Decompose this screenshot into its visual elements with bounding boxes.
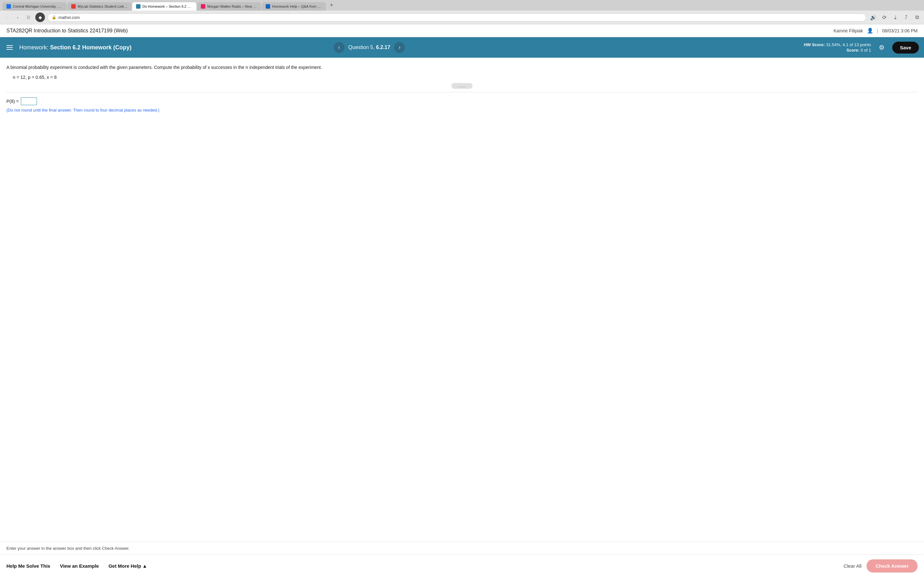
clear-all-button[interactable]: Clear All: [843, 563, 861, 569]
address-bar[interactable]: 🔒 mathxl.com: [47, 13, 866, 21]
hw-score-value: 31.54%, 4.1 of 13 points: [826, 42, 871, 47]
hw-score-text: HW Score: 31.54%, 4.1 of 13 points: [804, 42, 871, 47]
menu-line-2: [6, 47, 13, 48]
get-more-help-content: Get More Help ▲: [108, 563, 147, 569]
datetime: 08/03/21 3:06 PM: [882, 28, 918, 33]
settings-button[interactable]: ⚙: [876, 42, 887, 53]
footer-instruction-text: Enter your answer in the answer box and …: [6, 546, 129, 551]
answer-input[interactable]: [21, 97, 37, 105]
separator: |: [877, 28, 879, 33]
hw-nav-center: ‹ Question 5, 6.2.17 ›: [334, 42, 405, 53]
forward-button[interactable]: ›: [13, 13, 22, 21]
get-more-help-arrow: ▲: [142, 563, 147, 569]
app-title: STA282QR Introduction to Statistics 2241…: [6, 28, 128, 34]
app-header-right: Kamrie Filipiak 👤 | 08/03/21 3:06 PM: [834, 27, 918, 34]
menu-button[interactable]: [5, 44, 14, 51]
tab-2[interactable]: MyLab Statistics Student Links – STA2...…: [67, 2, 132, 11]
address-url: mathxl.com: [58, 15, 862, 20]
tab-5-label: Homework Help – Q&A from Online Tut....: [272, 5, 322, 8]
bottom-bar-left: Help Me Solve This View an Example Get M…: [6, 563, 147, 569]
tab-1[interactable]: Central Michigan University. Est. 1892..…: [3, 2, 67, 11]
tab-3-label: Do Homework – Section 6.2 Homewor....: [142, 5, 192, 8]
tab-2-favicon: [71, 4, 76, 9]
divider-dots: .....: [6, 84, 918, 88]
reload-button[interactable]: ⟳: [880, 13, 889, 22]
score-label: Score:: [846, 48, 859, 53]
tab-1-label: Central Michigan University. Est. 1892..…: [13, 5, 63, 8]
tab-3-favicon: [136, 4, 141, 9]
get-more-help-button[interactable]: Get More Help ▲: [108, 563, 147, 569]
next-question-button[interactable]: ›: [394, 42, 405, 53]
hw-score-label: HW Score:: [804, 42, 825, 47]
hint-text: (Do not round until the final answer. Th…: [6, 108, 918, 113]
answer-line: P(8) =: [6, 97, 918, 105]
score-text: Score: 0 of 1: [846, 48, 871, 53]
view-example-button[interactable]: View an Example: [60, 563, 99, 569]
tab-bar: Central Michigan University. Est. 1892..…: [0, 0, 924, 11]
hw-title: Homework: Section 6.2 Homework (Copy): [19, 44, 132, 51]
bottom-bar-right: Clear All Check Answer: [843, 559, 918, 572]
main-content: A binomial probability experiment is con…: [0, 58, 924, 542]
tab-4[interactable]: Morgan Wallen Radio – Now Playing on....: [197, 2, 261, 11]
tab-1-favicon: [6, 4, 11, 9]
volume-button[interactable]: 🔊: [869, 13, 878, 22]
share-button[interactable]: ⤴: [901, 13, 911, 22]
get-more-help-label: Get More Help: [108, 563, 141, 569]
user-icon: 👤: [867, 27, 873, 34]
homework-name: Section 6.2 Homework (Copy): [50, 44, 132, 51]
divider-line: [6, 92, 918, 92]
question-label-text: Question 5,: [349, 45, 375, 50]
question-text: A binomial probability experiment is con…: [6, 64, 918, 71]
tab-5[interactable]: Homework Help – Q&A from Online Tut....: [262, 2, 326, 11]
footer-instruction: Enter your answer in the answer box and …: [0, 542, 924, 554]
bottom-bar: Help Me Solve This View an Example Get M…: [0, 554, 924, 577]
browser-toolbar: ‹ › ☷ ◆ 🔒 mathxl.com 🔊 ⟳ ⇣ ⤴ ⧉: [0, 11, 924, 24]
tab-3[interactable]: Do Homework – Section 6.2 Homewor....: [132, 2, 196, 11]
question-params: n = 12, p = 0.65, x = 8: [13, 75, 918, 80]
back-button[interactable]: ‹: [3, 13, 11, 21]
help-me-solve-button[interactable]: Help Me Solve This: [6, 563, 50, 569]
resize-button[interactable]: ⧉: [913, 13, 921, 22]
browser-chrome: Central Michigan University. Est. 1892..…: [0, 0, 924, 24]
homework-label: Homework:: [19, 44, 48, 51]
tab-grid-button[interactable]: ☷: [24, 13, 33, 21]
menu-line-1: [6, 45, 13, 46]
tab-4-favicon: [201, 4, 205, 9]
tab-5-favicon: [266, 4, 270, 9]
answer-label: P(8) =: [6, 99, 19, 104]
lock-icon: 🔒: [52, 15, 57, 19]
menu-line-3: [6, 49, 13, 50]
user-name: Kamrie Filipiak: [834, 28, 863, 33]
tab-2-label: MyLab Statistics Student Links – STA2...…: [78, 5, 128, 8]
tab-4-label: Morgan Wallen Radio – Now Playing on....: [207, 5, 257, 8]
app-header: STA282QR Introduction to Statistics 2241…: [0, 24, 924, 37]
check-answer-button[interactable]: Check Answer: [867, 559, 918, 572]
prev-question-button[interactable]: ‹: [334, 42, 344, 53]
browser-toolbar-right: 🔊 ⟳ ⇣ ⤴ ⧉: [869, 13, 921, 22]
question-label: Question 5, 6.2.17: [349, 45, 391, 50]
download-button[interactable]: ⇣: [891, 13, 900, 22]
score-value: 0 of 1: [861, 48, 871, 53]
shield-icon: ◆: [35, 13, 45, 22]
new-tab-button[interactable]: +: [326, 0, 336, 11]
hw-navbar: Homework: Section 6.2 Homework (Copy) ‹ …: [0, 37, 924, 58]
question-number: 6.2.17: [376, 45, 390, 50]
save-button[interactable]: Save: [892, 42, 919, 53]
hw-score-section: HW Score: 31.54%, 4.1 of 13 points Score…: [804, 42, 871, 53]
dots-indicator: .....: [451, 83, 473, 89]
